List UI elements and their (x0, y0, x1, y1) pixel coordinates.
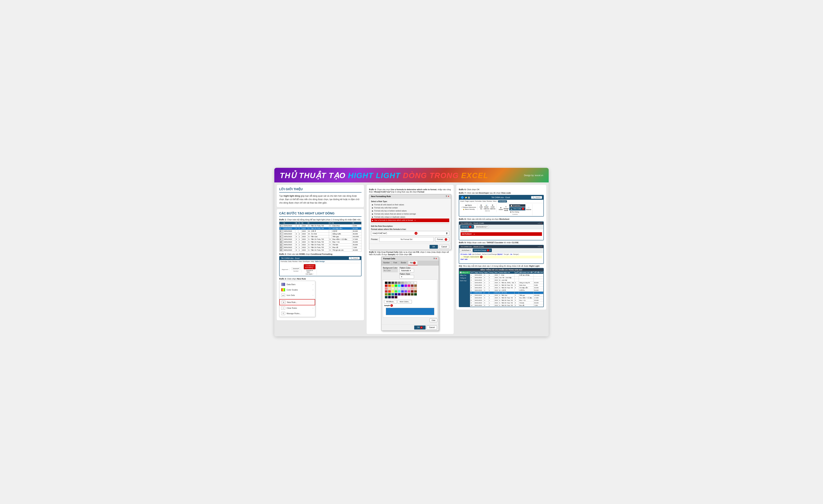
vba-minimize-2[interactable]: ─ (538, 246, 539, 247)
rule-option-3[interactable]: ▶ Format only top or bottom ranked value… (371, 209, 449, 212)
menu-clear-rules[interactable]: ✕ Clear Rules › (279, 305, 315, 311)
color-darkmaroon[interactable] (411, 290, 414, 293)
color-darkred[interactable] (385, 290, 388, 293)
color-black[interactable] (385, 282, 388, 284)
menu-developer[interactable]: Developer (303, 261, 310, 263)
rule-option-2[interactable]: ▶ Format only cells that contain (371, 206, 449, 209)
insert-ctrl-btn[interactable]: ⊞Insert (499, 207, 503, 210)
cancel-button[interactable]: Cancel (439, 245, 449, 249)
vba-maximize[interactable]: □ (539, 222, 540, 224)
color-gray2[interactable] (401, 282, 404, 284)
color-darkteal[interactable] (385, 296, 388, 299)
color-brown1[interactable] (414, 284, 417, 287)
color-orange1[interactable] (388, 284, 391, 287)
color-darkolive[interactable] (411, 293, 414, 296)
color-dark1[interactable] (388, 282, 391, 284)
general-dropdown[interactable]: (General) 1 ▾ (460, 225, 474, 229)
worksheet-option[interactable]: Worksheet 2 (461, 232, 542, 236)
color-darkyellow[interactable] (385, 293, 388, 296)
color-maroon1[interactable] (411, 284, 414, 287)
color-yellow2[interactable] (391, 287, 394, 290)
vba-maximize-2[interactable]: □ (539, 246, 540, 247)
clear-btn[interactable]: Clear (430, 319, 438, 322)
format-cells-ok-btn[interactable]: OK 3 (414, 326, 426, 330)
color-forestgreen[interactable] (414, 293, 417, 296)
menu-page-layout[interactable]: Page Layout (465, 200, 474, 202)
menu-manage-rules[interactable]: ☰ Manage Rules... (279, 311, 315, 316)
format-cells-close-btn[interactable]: ✕ (435, 258, 437, 260)
color-gray1[interactable] (398, 282, 401, 284)
more-colors-btn[interactable]: More Colors... (397, 300, 412, 304)
dialog-help-icon[interactable]: ? (446, 195, 447, 198)
color-espresso[interactable] (407, 293, 410, 296)
fill-effects-btn[interactable]: Fill Effects... (384, 300, 397, 304)
color-darkgreen[interactable] (388, 293, 391, 296)
tab-number[interactable]: Number (381, 261, 392, 265)
menu-icon-sets[interactable]: ▲● Icon Sets › (279, 293, 315, 298)
help-icon[interactable]: ? (434, 258, 435, 260)
menu-new-rule[interactable]: ⊞ New Rule... (279, 299, 315, 305)
color-blue1[interactable] (401, 284, 404, 287)
color-brightcyan[interactable] (398, 290, 401, 293)
vba-close-2[interactable]: ✕ (540, 246, 542, 247)
menu-table-design[interactable]: Table Design (315, 261, 325, 263)
color-purple1[interactable] (404, 284, 407, 287)
color-darknavy[interactable] (394, 293, 397, 296)
excel-addins-btn[interactable]: 📊ExcelAdd-ins (484, 204, 489, 210)
format-as-table-btn[interactable]: Format asTable ~ (307, 270, 313, 273)
color-red2[interactable] (385, 287, 388, 290)
menu-data[interactable]: Data (288, 261, 292, 263)
com-addins-btn[interactable]: ⚙COMAdd-ins (490, 204, 495, 210)
color-cyan1[interactable] (398, 284, 401, 287)
menu-data2[interactable]: Data (482, 200, 486, 202)
color-gray3[interactable] (404, 282, 407, 284)
color-brightblue[interactable] (401, 290, 404, 293)
color-salmon[interactable] (411, 287, 414, 290)
tab-border[interactable]: Border (399, 261, 408, 265)
menu-view2[interactable]: View 1 (493, 200, 497, 202)
color-dark3[interactable] (394, 282, 397, 284)
view-code-btn[interactable]: 💻 View Code 2 (509, 207, 525, 210)
ok-button[interactable]: OK (430, 245, 438, 249)
color-green2[interactable] (394, 287, 397, 290)
format-cells-cancel-btn[interactable]: Cancel (427, 326, 437, 330)
rule-option-4[interactable]: ▶ Format only values that are above or b… (371, 212, 449, 215)
color-darkwine[interactable] (404, 293, 407, 296)
relative-refs-btn[interactable]: ↗ Relative References (461, 206, 476, 208)
color-indigo[interactable] (398, 293, 401, 296)
rule-option-1[interactable]: ▶ Format all cells based on their values (371, 203, 449, 206)
color-hotpink[interactable] (407, 290, 410, 293)
color-burgundy[interactable] (394, 296, 397, 299)
menu-insert[interactable]: Insert (460, 200, 464, 202)
worksheet-selector[interactable]: Worksheet ▾ (460, 249, 472, 252)
color-green1[interactable] (394, 284, 397, 287)
pattern-style-dropdown[interactable]: ▾ (399, 275, 414, 279)
menu-data-bars[interactable]: Data Bars › (279, 282, 315, 287)
menu-formulas2[interactable]: Formulas (475, 200, 482, 202)
vba-close[interactable]: ✕ (540, 222, 542, 224)
color-gray5[interactable] (411, 282, 414, 284)
rule-option-5[interactable]: ▶ Format only unique or duplicate values (371, 215, 449, 218)
color-brightyellow[interactable] (391, 290, 394, 293)
addins-btn[interactable]: ⊞Add-ins (480, 204, 483, 210)
source-btn[interactable]: 📄Source (526, 207, 531, 210)
color-teal[interactable] (391, 293, 394, 296)
nav-danh-muc[interactable]: Danh mục (459, 279, 470, 282)
dev-search[interactable]: 🔍 Search (531, 196, 542, 199)
color-wine[interactable] (401, 293, 404, 296)
color-gray4[interactable] (407, 282, 410, 284)
color-yellow1[interactable] (391, 284, 394, 287)
tab-font[interactable]: Font (392, 261, 399, 265)
color-lavender[interactable] (404, 287, 407, 290)
color-blue2[interactable] (401, 287, 404, 290)
format-button[interactable]: Format... 3 (435, 237, 449, 241)
nav-bang-tru[interactable]: 📊 Bảng chủ (459, 271, 470, 274)
nav-bang-thu[interactable]: Bảng Thu (459, 274, 470, 277)
menu-developer2[interactable]: Developer (498, 200, 507, 202)
color-dark2[interactable] (391, 282, 394, 284)
properties-btn[interactable]: 📋 Properties (509, 204, 525, 207)
event-selector[interactable]: SelectionChange 2. ▾ (473, 248, 492, 252)
menu-review[interactable]: Review (292, 261, 298, 263)
declarations-dropdown[interactable]: (Declarations) ▾ (475, 225, 489, 228)
cell-styles-btn[interactable]: Cell Styles ~ (306, 273, 314, 275)
